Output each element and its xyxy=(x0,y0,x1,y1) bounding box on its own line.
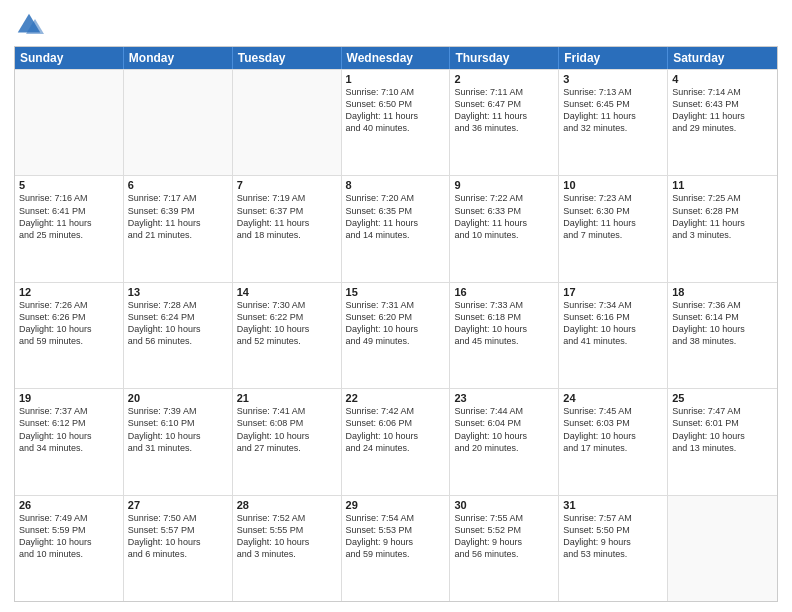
logo-icon xyxy=(14,10,44,40)
cell-date-number: 13 xyxy=(128,286,228,298)
cell-info-text: Sunrise: 7:44 AM Sunset: 6:04 PM Dayligh… xyxy=(454,405,554,454)
cell-info-text: Sunrise: 7:30 AM Sunset: 6:22 PM Dayligh… xyxy=(237,299,337,348)
cell-date-number: 30 xyxy=(454,499,554,511)
cell-info-text: Sunrise: 7:45 AM Sunset: 6:03 PM Dayligh… xyxy=(563,405,663,454)
cell-info-text: Sunrise: 7:25 AM Sunset: 6:28 PM Dayligh… xyxy=(672,192,773,241)
day-header-wednesday: Wednesday xyxy=(342,47,451,69)
cell-date-number: 4 xyxy=(672,73,773,85)
cell-date-number: 21 xyxy=(237,392,337,404)
cal-cell: 20Sunrise: 7:39 AM Sunset: 6:10 PM Dayli… xyxy=(124,389,233,494)
cell-info-text: Sunrise: 7:17 AM Sunset: 6:39 PM Dayligh… xyxy=(128,192,228,241)
page: SundayMondayTuesdayWednesdayThursdayFrid… xyxy=(0,0,792,612)
cal-cell: 1Sunrise: 7:10 AM Sunset: 6:50 PM Daylig… xyxy=(342,70,451,175)
calendar-body: 1Sunrise: 7:10 AM Sunset: 6:50 PM Daylig… xyxy=(15,69,777,601)
cell-date-number: 29 xyxy=(346,499,446,511)
cal-cell: 24Sunrise: 7:45 AM Sunset: 6:03 PM Dayli… xyxy=(559,389,668,494)
cal-cell: 4Sunrise: 7:14 AM Sunset: 6:43 PM Daylig… xyxy=(668,70,777,175)
cell-info-text: Sunrise: 7:28 AM Sunset: 6:24 PM Dayligh… xyxy=(128,299,228,348)
cell-date-number: 12 xyxy=(19,286,119,298)
cal-cell xyxy=(15,70,124,175)
cal-cell: 3Sunrise: 7:13 AM Sunset: 6:45 PM Daylig… xyxy=(559,70,668,175)
cell-info-text: Sunrise: 7:22 AM Sunset: 6:33 PM Dayligh… xyxy=(454,192,554,241)
cell-date-number: 28 xyxy=(237,499,337,511)
cell-info-text: Sunrise: 7:57 AM Sunset: 5:50 PM Dayligh… xyxy=(563,512,663,561)
week-row-1: 1Sunrise: 7:10 AM Sunset: 6:50 PM Daylig… xyxy=(15,69,777,175)
cell-info-text: Sunrise: 7:47 AM Sunset: 6:01 PM Dayligh… xyxy=(672,405,773,454)
cell-date-number: 7 xyxy=(237,179,337,191)
cal-cell: 25Sunrise: 7:47 AM Sunset: 6:01 PM Dayli… xyxy=(668,389,777,494)
cal-cell xyxy=(124,70,233,175)
cell-info-text: Sunrise: 7:55 AM Sunset: 5:52 PM Dayligh… xyxy=(454,512,554,561)
cell-info-text: Sunrise: 7:26 AM Sunset: 6:26 PM Dayligh… xyxy=(19,299,119,348)
cell-date-number: 5 xyxy=(19,179,119,191)
cell-date-number: 2 xyxy=(454,73,554,85)
cal-cell: 6Sunrise: 7:17 AM Sunset: 6:39 PM Daylig… xyxy=(124,176,233,281)
day-header-friday: Friday xyxy=(559,47,668,69)
week-row-5: 26Sunrise: 7:49 AM Sunset: 5:59 PM Dayli… xyxy=(15,495,777,601)
cell-info-text: Sunrise: 7:54 AM Sunset: 5:53 PM Dayligh… xyxy=(346,512,446,561)
cal-cell: 27Sunrise: 7:50 AM Sunset: 5:57 PM Dayli… xyxy=(124,496,233,601)
cal-cell: 28Sunrise: 7:52 AM Sunset: 5:55 PM Dayli… xyxy=(233,496,342,601)
cell-info-text: Sunrise: 7:10 AM Sunset: 6:50 PM Dayligh… xyxy=(346,86,446,135)
cell-date-number: 10 xyxy=(563,179,663,191)
cell-info-text: Sunrise: 7:33 AM Sunset: 6:18 PM Dayligh… xyxy=(454,299,554,348)
cal-cell: 8Sunrise: 7:20 AM Sunset: 6:35 PM Daylig… xyxy=(342,176,451,281)
cell-info-text: Sunrise: 7:41 AM Sunset: 6:08 PM Dayligh… xyxy=(237,405,337,454)
cell-info-text: Sunrise: 7:16 AM Sunset: 6:41 PM Dayligh… xyxy=(19,192,119,241)
cell-info-text: Sunrise: 7:20 AM Sunset: 6:35 PM Dayligh… xyxy=(346,192,446,241)
cell-info-text: Sunrise: 7:39 AM Sunset: 6:10 PM Dayligh… xyxy=(128,405,228,454)
cal-cell xyxy=(233,70,342,175)
cal-cell xyxy=(668,496,777,601)
cell-date-number: 19 xyxy=(19,392,119,404)
cal-cell: 23Sunrise: 7:44 AM Sunset: 6:04 PM Dayli… xyxy=(450,389,559,494)
cell-date-number: 18 xyxy=(672,286,773,298)
cal-cell: 31Sunrise: 7:57 AM Sunset: 5:50 PM Dayli… xyxy=(559,496,668,601)
week-row-4: 19Sunrise: 7:37 AM Sunset: 6:12 PM Dayli… xyxy=(15,388,777,494)
cell-info-text: Sunrise: 7:13 AM Sunset: 6:45 PM Dayligh… xyxy=(563,86,663,135)
cell-date-number: 11 xyxy=(672,179,773,191)
cell-info-text: Sunrise: 7:31 AM Sunset: 6:20 PM Dayligh… xyxy=(346,299,446,348)
cell-info-text: Sunrise: 7:50 AM Sunset: 5:57 PM Dayligh… xyxy=(128,512,228,561)
cal-cell: 2Sunrise: 7:11 AM Sunset: 6:47 PM Daylig… xyxy=(450,70,559,175)
cell-date-number: 24 xyxy=(563,392,663,404)
cell-date-number: 16 xyxy=(454,286,554,298)
cal-cell: 9Sunrise: 7:22 AM Sunset: 6:33 PM Daylig… xyxy=(450,176,559,281)
cal-cell: 10Sunrise: 7:23 AM Sunset: 6:30 PM Dayli… xyxy=(559,176,668,281)
cell-info-text: Sunrise: 7:49 AM Sunset: 5:59 PM Dayligh… xyxy=(19,512,119,561)
cell-date-number: 14 xyxy=(237,286,337,298)
day-header-monday: Monday xyxy=(124,47,233,69)
cell-date-number: 20 xyxy=(128,392,228,404)
cell-date-number: 23 xyxy=(454,392,554,404)
cal-cell: 5Sunrise: 7:16 AM Sunset: 6:41 PM Daylig… xyxy=(15,176,124,281)
cell-info-text: Sunrise: 7:11 AM Sunset: 6:47 PM Dayligh… xyxy=(454,86,554,135)
day-header-saturday: Saturday xyxy=(668,47,777,69)
cell-info-text: Sunrise: 7:14 AM Sunset: 6:43 PM Dayligh… xyxy=(672,86,773,135)
calendar-header: SundayMondayTuesdayWednesdayThursdayFrid… xyxy=(15,47,777,69)
cell-info-text: Sunrise: 7:23 AM Sunset: 6:30 PM Dayligh… xyxy=(563,192,663,241)
cal-cell: 21Sunrise: 7:41 AM Sunset: 6:08 PM Dayli… xyxy=(233,389,342,494)
cell-date-number: 3 xyxy=(563,73,663,85)
week-row-3: 12Sunrise: 7:26 AM Sunset: 6:26 PM Dayli… xyxy=(15,282,777,388)
cal-cell: 16Sunrise: 7:33 AM Sunset: 6:18 PM Dayli… xyxy=(450,283,559,388)
cell-date-number: 27 xyxy=(128,499,228,511)
day-header-sunday: Sunday xyxy=(15,47,124,69)
cal-cell: 22Sunrise: 7:42 AM Sunset: 6:06 PM Dayli… xyxy=(342,389,451,494)
cell-info-text: Sunrise: 7:36 AM Sunset: 6:14 PM Dayligh… xyxy=(672,299,773,348)
cell-info-text: Sunrise: 7:19 AM Sunset: 6:37 PM Dayligh… xyxy=(237,192,337,241)
cal-cell: 30Sunrise: 7:55 AM Sunset: 5:52 PM Dayli… xyxy=(450,496,559,601)
cell-date-number: 22 xyxy=(346,392,446,404)
cell-info-text: Sunrise: 7:52 AM Sunset: 5:55 PM Dayligh… xyxy=(237,512,337,561)
cal-cell: 13Sunrise: 7:28 AM Sunset: 6:24 PM Dayli… xyxy=(124,283,233,388)
header xyxy=(14,10,778,40)
cal-cell: 17Sunrise: 7:34 AM Sunset: 6:16 PM Dayli… xyxy=(559,283,668,388)
day-header-thursday: Thursday xyxy=(450,47,559,69)
cell-date-number: 25 xyxy=(672,392,773,404)
cell-date-number: 31 xyxy=(563,499,663,511)
cell-date-number: 1 xyxy=(346,73,446,85)
cell-info-text: Sunrise: 7:37 AM Sunset: 6:12 PM Dayligh… xyxy=(19,405,119,454)
calendar: SundayMondayTuesdayWednesdayThursdayFrid… xyxy=(14,46,778,602)
cell-date-number: 17 xyxy=(563,286,663,298)
cell-info-text: Sunrise: 7:34 AM Sunset: 6:16 PM Dayligh… xyxy=(563,299,663,348)
cal-cell: 26Sunrise: 7:49 AM Sunset: 5:59 PM Dayli… xyxy=(15,496,124,601)
cal-cell: 14Sunrise: 7:30 AM Sunset: 6:22 PM Dayli… xyxy=(233,283,342,388)
